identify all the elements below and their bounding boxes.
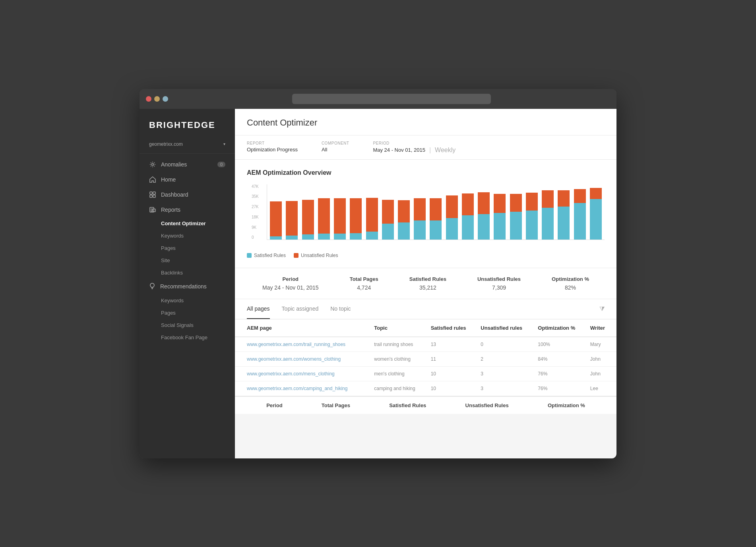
legend-unsatisfied-label: Unsatisfied Rules [301,253,338,258]
svg-rect-1 [150,192,152,194]
cell-page: www.geometrixx.aem.com/womens_clothing [235,352,374,366]
bar-satisfied [526,211,538,240]
bar-satisfied [270,236,282,240]
bar-stack [542,190,554,240]
cell-topic: women's clothing [374,352,430,366]
bar-stack [270,201,282,239]
sub-item-site[interactable]: Site [161,254,235,267]
col-aem-page: AEM page [235,319,374,337]
cell-satisfied: 11 [431,352,481,366]
table-row[interactable]: www.geometrixx.aem.com/camping_and_hikin… [235,381,616,396]
sidebar-item-reports[interactable]: Reports [140,202,235,217]
col-satisfied: Satisfied rules [431,319,481,337]
traffic-light-red[interactable] [146,96,151,102]
sub-item-content-optimizer[interactable]: Content Optimizer [161,217,235,230]
page-title: Content Optimizer [247,118,605,128]
summary-period-value: May 24 - Nov 01, 2015 [262,284,319,291]
bar-stack [446,195,458,240]
report-label: REPORT [247,141,298,145]
filter-icon[interactable]: ⧩ [599,305,605,313]
legend-unsatisfied: Unsatisfied Rules [294,253,338,258]
rec-keywords[interactable]: Keywords [161,294,235,307]
rec-pages[interactable]: Pages [161,307,235,319]
bar-unsatisfied [366,198,378,232]
cell-writer: Lee [590,381,616,396]
y-label-4: 9K [252,225,259,230]
bar-group [364,198,379,240]
summary-optimization-label: Optimization % [552,276,589,282]
cell-topic: trail running shoes [374,337,430,352]
bar-satisfied [574,203,586,240]
bar-unsatisfied [478,192,490,214]
component-value: All [322,147,349,153]
cell-optimization: 100% [538,337,590,352]
bar-unsatisfied [462,193,474,215]
bar-unsatisfied [430,198,442,220]
bar-group [477,192,491,240]
table-header-row: AEM page Topic Satisfied rules Unsatisfi… [235,319,616,337]
bar-group [556,190,571,240]
tab-topic-assigned[interactable]: Topic assigned [282,299,319,319]
traffic-light-yellow[interactable] [154,96,160,102]
bar-stack [398,200,410,239]
period-value-container: May 24 - Nov 01, 2015 | Weekly [373,147,456,154]
bar-unsatisfied [590,188,602,199]
bar-stack [366,198,378,240]
gear-icon [149,161,156,168]
summary-optimization-value: 82% [552,284,589,291]
bar-unsatisfied [494,194,506,213]
summary-total-pages: Total Pages 4,724 [350,276,378,291]
bar-unsatisfied [318,198,330,234]
bar-satisfied [318,234,330,239]
bar-unsatisfied [446,195,458,218]
svg-point-0 [152,163,154,165]
main-content: Content Optimizer REPORT Optimization Pr… [235,109,616,458]
sub-item-backlinks[interactable]: Backlinks [161,267,235,279]
y-label-1: 35K [252,194,259,199]
bar-unsatisfied [302,200,314,234]
sidebar-item-anomalies[interactable]: Anomalies 0 [140,157,235,172]
bar-group [285,201,299,240]
bar-group [492,194,507,239]
table-row[interactable]: www.geometrixx.aem.com/trail_running_sho… [235,337,616,352]
table-row[interactable]: www.geometrixx.aem.com/womens_clothingwo… [235,352,616,366]
bar-satisfied [430,220,442,240]
bar-group [509,194,523,239]
chart-legend: Satisfied Rules Unsatisfied Rules [247,253,605,258]
meta-component: COMPONENT All [322,141,349,154]
rec-social[interactable]: Social Signals [161,319,235,331]
sidebar-item-recommendations[interactable]: Recommendations [140,279,235,294]
bar-satisfied [398,222,410,240]
rec-facebook[interactable]: Facebook Fan Page [161,331,235,344]
table-row[interactable]: www.geometrixx.aem.com/mens_clothingmen'… [235,366,616,381]
traffic-light-green[interactable] [163,96,168,102]
page-header: Content Optimizer [235,109,616,135]
sidebar-item-home[interactable]: Home [140,172,235,187]
bar-group [445,195,459,240]
recommendations-label: Recommendations [160,283,207,290]
sidebar-nav: Anomalies 0 Home [140,154,235,344]
sub-item-pages[interactable]: Pages [161,242,235,254]
bar-unsatisfied [542,190,554,208]
bar-group [381,200,395,240]
sub-item-keywords[interactable]: Keywords [161,230,235,242]
reports-label: Reports [161,207,180,213]
tab-no-topic[interactable]: No topic [330,299,351,319]
cell-satisfied: 13 [431,337,481,352]
sidebar-account[interactable]: geometrixx.com ▾ [140,138,235,154]
sidebar-item-dashboard[interactable]: Dashboard [140,187,235,202]
bar-satisfied [286,236,298,240]
cell-topic: camping and hiking [374,381,430,396]
bar-satisfied [510,212,522,240]
bar-satisfied [478,214,490,239]
tabs-section: All pages Topic assigned No topic ⧩ [235,299,616,319]
bar-stack [302,200,314,240]
tab-all-pages[interactable]: All pages [247,299,270,319]
bottom-unsatisfied-label: Unsatisfied Rules [465,402,509,408]
bar-unsatisfied [526,193,538,210]
bar-group [269,201,283,239]
address-bar[interactable] [292,94,491,104]
bar-satisfied [494,213,506,240]
bar-stack [590,188,602,240]
bar-satisfied [446,218,458,240]
